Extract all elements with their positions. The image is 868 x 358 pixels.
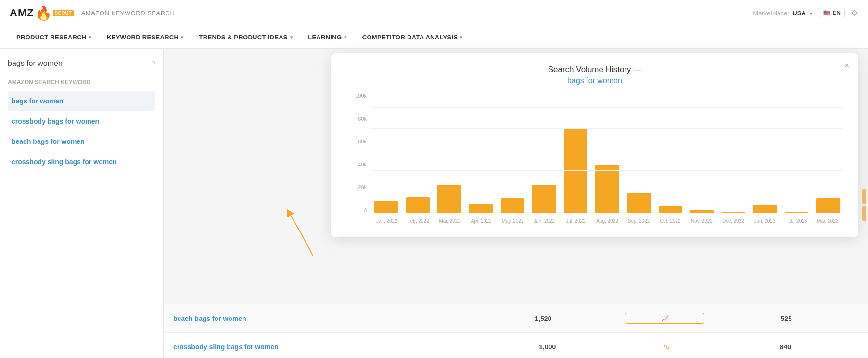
- chart-modal: × Search Volume History — bags for women…: [331, 53, 858, 237]
- bars-area: Jan, 2022Feb, 2022Mar, 2022Apr, 2022May,…: [371, 107, 843, 213]
- chart-icon-button[interactable]: 📈: [625, 313, 705, 324]
- nav-item-competitor-data-analysis[interactable]: COMPETITOR DATA ANALYSIS ▾: [356, 26, 470, 48]
- sidebar-item-bags-for-women[interactable]: bags for women: [8, 91, 155, 111]
- logo[interactable]: AMZ 🔥 SCOUT: [10, 5, 74, 21]
- scroll-tab[interactable]: [862, 206, 866, 221]
- bar: [564, 128, 587, 213]
- chevron-down-icon: ▾: [181, 35, 183, 40]
- y-label: 20k: [346, 184, 370, 190]
- bar: [627, 193, 651, 213]
- bar-col: [498, 107, 527, 213]
- right-panel: × Search Volume History — bags for women…: [164, 49, 868, 358]
- keyword-cell[interactable]: beach bags for women: [173, 315, 461, 322]
- bar-col: [719, 107, 749, 213]
- close-icon[interactable]: ×: [844, 60, 850, 71]
- x-label: Jan, 2023: [750, 218, 780, 224]
- table-row: beach bags for women 1,520 📈 525: [164, 304, 868, 333]
- scroll-indicators: [862, 189, 866, 221]
- bar: [374, 201, 398, 213]
- bar-col: [687, 107, 717, 213]
- table-row: crossbody sling bags for women 1,000 ∿ 8…: [164, 333, 868, 358]
- x-label: Jul, 2022: [561, 218, 591, 224]
- x-label: Nov, 2022: [687, 218, 717, 224]
- mini-chart-icon: ∿: [630, 342, 703, 352]
- x-label: Apr, 2022: [466, 218, 496, 224]
- x-axis-labels: Jan, 2022Feb, 2022Mar, 2022Apr, 2022May,…: [371, 218, 843, 224]
- y-label: 0: [346, 207, 370, 213]
- keyword-cell[interactable]: crossbody sling bags for women: [173, 343, 465, 351]
- sidebar-item-crossbody-bags[interactable]: crossbody bags for women: [8, 112, 155, 131]
- bar-chart-container: 020k40k60k80k100kJan, 2022Feb, 2022Mar, …: [346, 93, 843, 228]
- bar: [722, 212, 745, 213]
- bar-col: [403, 107, 433, 213]
- chart-subtitle: bags for women: [346, 77, 843, 85]
- search-row: ?: [8, 57, 155, 70]
- y-label: 80k: [346, 116, 370, 122]
- bar-col: [529, 107, 559, 213]
- help-icon[interactable]: ?: [151, 60, 155, 68]
- bar: [501, 198, 524, 213]
- marketplace-label: Marketplace: USA ▼: [753, 10, 813, 17]
- bar: [595, 165, 619, 213]
- logo-amz-text: AMZ: [10, 7, 34, 19]
- x-label: Dec, 2022: [718, 218, 748, 224]
- scroll-tab[interactable]: [862, 189, 866, 204]
- bar-col: [371, 107, 401, 213]
- x-label: Oct, 2022: [655, 218, 685, 224]
- header-left: AMZ 🔥 SCOUT AMAZON KEYWORD SEARCH: [10, 5, 175, 21]
- y-label: 100k: [346, 93, 370, 99]
- logo-flame-icon: 🔥: [35, 5, 52, 21]
- flag-icon: 🇺🇸: [823, 10, 830, 16]
- sidebar-section-label: Amazon Search Keyword: [8, 79, 155, 86]
- x-label: Jun, 2022: [529, 218, 559, 224]
- x-label: Aug, 2022: [592, 218, 622, 224]
- bar-col: [782, 107, 812, 213]
- chevron-down-icon: ▾: [344, 35, 346, 40]
- sidebar-item-beach-bags[interactable]: beach bags for women: [8, 132, 155, 151]
- y-label: 40k: [346, 162, 370, 167]
- bar: [753, 205, 777, 213]
- sidebar: ? Amazon Search Keyword bags for women c…: [0, 49, 164, 358]
- header-app-title: AMAZON KEYWORD SEARCH: [81, 10, 175, 17]
- search-input[interactable]: [8, 57, 147, 70]
- language-label: EN: [832, 10, 841, 16]
- nav-item-product-research[interactable]: PRODUCT RESEARCH ▾: [10, 26, 98, 48]
- x-label: Sep, 2022: [624, 218, 654, 224]
- bar-col: [813, 107, 843, 213]
- value2-cell: 525: [714, 315, 858, 322]
- bar-col: [561, 107, 591, 213]
- nav-item-keyword-research[interactable]: KEYWORD RESEARCH ▾: [100, 26, 191, 48]
- settings-icon[interactable]: ⚙: [851, 8, 858, 18]
- marketplace-arrow[interactable]: ▼: [808, 11, 813, 16]
- bar: [406, 197, 430, 213]
- bar-col: [655, 107, 685, 213]
- y-label: 60k: [346, 139, 370, 144]
- bar: [690, 210, 714, 213]
- chevron-down-icon: ▾: [460, 35, 462, 40]
- marketplace-value[interactable]: USA: [792, 10, 805, 17]
- x-label: Mar, 2023: [813, 218, 843, 224]
- value-cell: 1,520: [471, 315, 615, 322]
- x-label: Feb, 2023: [781, 218, 811, 224]
- bar-col: [750, 107, 780, 213]
- bar: [532, 185, 556, 213]
- x-label: May, 2022: [498, 218, 528, 224]
- chart-title: Search Volume History —: [346, 65, 843, 75]
- nav-item-trends-product-ideas[interactable]: TRENDS & PRODUCT IDEAS ▾: [192, 26, 300, 48]
- bar: [816, 198, 840, 213]
- nav-item-learning[interactable]: LEARNING ▾: [301, 26, 354, 48]
- sidebar-item-crossbody-sling-bags[interactable]: crossbody sling bags for women: [8, 152, 155, 171]
- chevron-down-icon: ▾: [290, 35, 293, 40]
- bar-col: [624, 107, 654, 213]
- bar-col: [434, 107, 464, 213]
- value-cell: 1,000: [474, 343, 620, 351]
- logo-scout-text: SCOUT: [53, 10, 74, 16]
- language-button[interactable]: 🇺🇸 EN: [819, 8, 845, 18]
- bar: [659, 206, 682, 213]
- bar: [469, 204, 493, 213]
- bar: [437, 185, 461, 213]
- main-navigation: PRODUCT RESEARCH ▾ KEYWORD RESEARCH ▾ TR…: [0, 26, 868, 49]
- x-label: Feb, 2022: [403, 218, 433, 224]
- bar: [785, 212, 808, 213]
- main-content: ? Amazon Search Keyword bags for women c…: [0, 49, 868, 358]
